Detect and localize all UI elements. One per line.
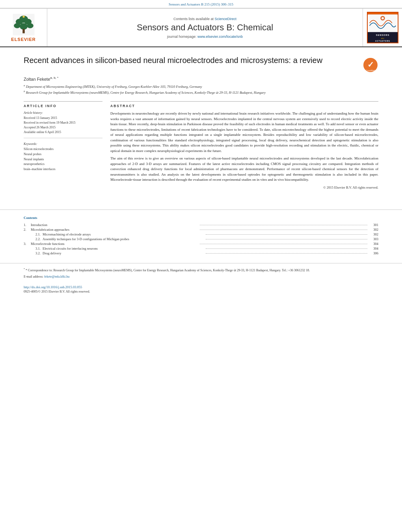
toc-entry-3-1: 3.1. Electrical circuits for interfacing… xyxy=(24,247,378,250)
article-info-heading: ARTICLE INFO xyxy=(24,104,102,108)
footnote-email: E-mail address: fekete@mfa.kfki.hu xyxy=(24,274,378,279)
sensors-logo-box: SENSORS AND ACTUATORS xyxy=(363,9,402,46)
svg-text:CrossMark: CrossMark xyxy=(366,69,376,72)
keywords-group: Keywords: Silicon microelectrodes Neural… xyxy=(24,142,102,172)
article-history-item-3: Accepted 26 March 2015 xyxy=(24,125,102,130)
email-link[interactable]: fekete@mfa.kfki.hu xyxy=(44,275,69,278)
affiliation-a: a Department of Microsystems Engineering… xyxy=(24,84,378,89)
toc-dots-3-1 xyxy=(206,248,368,249)
svg-rect-7 xyxy=(22,29,25,33)
article-history-item-4: Available online 6 April 2015 xyxy=(24,130,102,135)
copyright-line: © 2015 Elsevier B.V. All rights reserved… xyxy=(110,185,378,190)
toc-entry-2-1: 2.1. Micromachining of electrode arrays … xyxy=(24,232,378,236)
toc-num-2: 2. xyxy=(24,228,31,232)
toc-title-3-2: Drug delivery xyxy=(43,251,205,255)
contents-section: Contents 1. Introduction 301 2. Microfab… xyxy=(0,216,402,255)
toc-num-3-1: 3.1. xyxy=(35,247,43,250)
toc-page-2-1: 302 xyxy=(368,232,378,236)
svg-point-5 xyxy=(27,23,34,28)
article-history-item-2: Received in revised form 19 March 2015 xyxy=(24,120,102,125)
svg-point-4 xyxy=(14,23,20,28)
affiliations: a Department of Microsystems Engineering… xyxy=(24,84,378,95)
author-name: Zoltan Fekete xyxy=(24,77,50,82)
toc-dots-2 xyxy=(200,230,368,230)
abstract-column: ABSTRACT Developments in neurotechnology… xyxy=(110,101,378,190)
toc-entry-1: 1. Introduction 301 xyxy=(24,223,378,227)
toc-dots-2-1 xyxy=(206,234,368,235)
svg-text:ACTUATORS: ACTUATORS xyxy=(375,40,390,42)
toc-entry-3-2: 3.2. Drug delivery 306 xyxy=(24,251,378,255)
article-body: Recent advances in silicon-based neural … xyxy=(0,47,402,204)
svg-text:AND: AND xyxy=(381,38,384,39)
contents-heading: Contents xyxy=(24,216,378,220)
divider-1 xyxy=(0,209,402,210)
svg-point-14 xyxy=(382,17,384,19)
journal-homepage-link[interactable]: www.elsevier.com/locate/snb xyxy=(197,35,243,39)
citation-text: Sensors and Actuators B 215 (2015) 300–3… xyxy=(169,2,233,6)
toc-page-3-1: 304 xyxy=(368,247,378,250)
article-title: Recent advances in silicon-based neural … xyxy=(24,55,357,65)
toc-num-3-2: 3.2. xyxy=(35,251,43,255)
toc-title-2-2: Assembly techniques for 3-D configuratio… xyxy=(43,237,205,241)
affiliation-b: b Research Group for Implantable Microsy… xyxy=(24,90,378,95)
sciencedirect-link[interactable]: ScienceDirect xyxy=(215,17,237,21)
toc-dots-3 xyxy=(200,244,368,244)
article-history-label: Article history: xyxy=(24,111,102,115)
keywords-label: Keywords: xyxy=(24,142,102,146)
sensors-actuators-logo: SENSORS AND ACTUATORS xyxy=(367,12,398,43)
footnote-correspondence: * * Correspondence to: Research Group fo… xyxy=(24,267,378,273)
journal-homepage: journal homepage: www.elsevier.com/locat… xyxy=(167,35,243,39)
article-history-group: Article history: Received 13 January 201… xyxy=(24,111,102,138)
toc: 1. Introduction 301 2. Microfabrication … xyxy=(24,223,378,255)
keyword-1: Silicon microelectrodes xyxy=(24,147,102,152)
toc-entry-2: 2. Microfabrication approaches 302 xyxy=(24,228,378,232)
journal-header: ELSEVIER Contents lists available at Sci… xyxy=(0,8,402,47)
journal-main-title: Sensors and Actuators B: Chemical xyxy=(137,22,273,33)
toc-page-2-2: 303 xyxy=(368,237,378,241)
keyword-3: Neural implants xyxy=(24,157,102,162)
keyword-5: brain–machine interfaces xyxy=(24,167,102,172)
toc-page-2: 302 xyxy=(368,228,378,232)
abstract-text: Developments in neurotechnology are rece… xyxy=(110,111,378,190)
doi-link[interactable]: http://dx.doi.org/10.1016/j.snb.2015.03.… xyxy=(24,285,378,289)
article-title-section: Recent advances in silicon-based neural … xyxy=(24,55,378,73)
toc-entry-2-2: 2.2. Assembly techniques for 3-D configu… xyxy=(24,237,378,241)
issn-line: 0925-4005/© 2015 Elsevier B.V. All right… xyxy=(24,290,378,293)
citation-bar: Sensors and Actuators B 215 (2015) 300–3… xyxy=(0,0,402,8)
article-info-column: ARTICLE INFO Article history: Received 1… xyxy=(24,101,102,190)
toc-dots-2-2 xyxy=(206,239,368,239)
toc-num-2-1: 2.1. xyxy=(35,232,43,236)
footer-section: * * Correspondence to: Research Group fo… xyxy=(0,263,402,297)
toc-title-3: Microelectrode functions xyxy=(31,242,199,246)
abstract-paragraph-1: Developments in neurotechnology are rece… xyxy=(110,111,378,154)
crossmark-icon: ✓ CrossMark xyxy=(363,57,378,73)
abstract-heading: ABSTRACT xyxy=(110,104,378,108)
toc-dots-1 xyxy=(200,225,368,225)
svg-point-8 xyxy=(22,15,25,18)
toc-num-1: 1. xyxy=(24,223,31,227)
keyword-2: Neural probes xyxy=(24,152,102,157)
toc-page-3-2: 306 xyxy=(368,251,378,255)
toc-title-2-1: Micromachining of electrode arrays xyxy=(43,232,205,236)
toc-title-1: Introduction xyxy=(31,223,199,227)
toc-page-1: 301 xyxy=(368,223,378,227)
sensors-logo-icon: SENSORS AND ACTUATORS xyxy=(368,13,398,43)
toc-title-3-1: Electrical circuits for interfacing neur… xyxy=(43,247,205,250)
abstract-paragraph-2: The aim of this review is to give an ove… xyxy=(110,156,378,183)
article-history-item-1: Received 13 January 2015 xyxy=(24,116,102,120)
journal-title-center: Contents lists available at ScienceDirec… xyxy=(47,9,363,46)
elsevier-tree-icon xyxy=(12,14,35,35)
author-superscripts: a, b, * xyxy=(50,76,58,80)
sciencedirect-line: Contents lists available at ScienceDirec… xyxy=(173,17,236,21)
elsevier-wordmark: ELSEVIER xyxy=(11,37,35,42)
svg-rect-11 xyxy=(368,13,398,14)
toc-num-2-2: 2.2. xyxy=(35,237,43,241)
elsevier-logo-box: ELSEVIER xyxy=(0,9,47,46)
toc-entry-3: 3. Microelectrode functions 304 xyxy=(24,242,378,246)
toc-num-3: 3. xyxy=(24,242,31,246)
toc-dots-3-2 xyxy=(206,253,368,254)
svg-point-6 xyxy=(19,23,27,29)
authors-line: Zoltan Feketea, b, * xyxy=(24,76,378,82)
toc-page-3: 304 xyxy=(368,242,378,246)
two-column-section: ARTICLE INFO Article history: Received 1… xyxy=(24,101,378,190)
